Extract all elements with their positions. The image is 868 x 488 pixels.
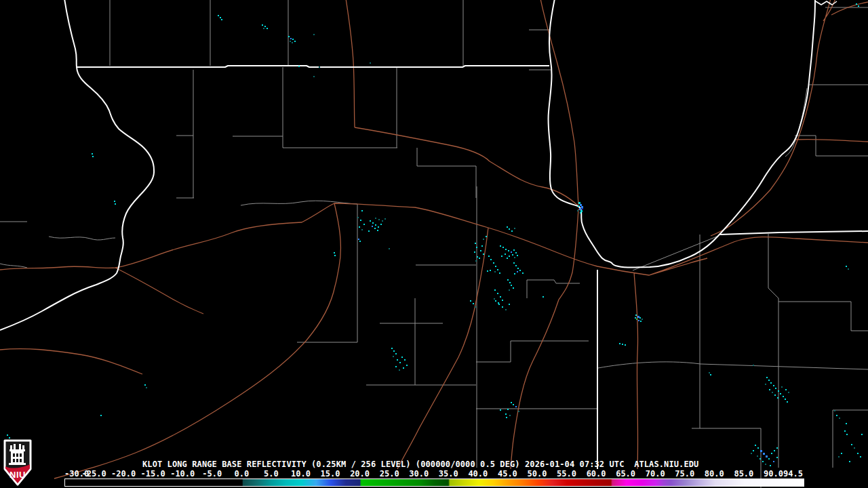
radar-echo [757, 447, 759, 449]
radar-echo [404, 359, 406, 361]
radar-echo [513, 262, 515, 264]
radar-echo [389, 248, 390, 249]
radar-echo [357, 217, 359, 218]
radar-echo [785, 389, 787, 390]
radar-echo [773, 461, 774, 462]
radar-echo [511, 230, 513, 232]
radar-echo [578, 205, 579, 207]
radar-echo [710, 374, 711, 375]
radar-echo [401, 357, 403, 358]
radar-echo [378, 226, 379, 228]
radar-echo [851, 444, 852, 445]
radar-echo [502, 247, 504, 248]
radar-echo [483, 253, 484, 255]
radar-echo [384, 218, 386, 220]
radar-echo [313, 76, 315, 77]
radar-echo [753, 450, 754, 451]
radar-echo [380, 224, 382, 225]
radar-echo [358, 239, 359, 240]
radar-echo [494, 298, 495, 300]
radar-echo [836, 415, 837, 416]
radar-echo [361, 229, 363, 230]
radar-echo [267, 28, 268, 29]
radar-echo [757, 455, 758, 457]
radar-echo [513, 249, 515, 251]
radar-echo [517, 268, 519, 269]
radar-echo [519, 270, 521, 271]
radar-echo [776, 447, 778, 449]
radar-echo [848, 268, 849, 270]
radar-echo [288, 36, 290, 37]
radar-echo [781, 386, 783, 388]
radar-echo [497, 269, 498, 270]
radar-echo [778, 390, 779, 392]
radar-echo [578, 202, 580, 204]
radar-echo [290, 41, 291, 42]
radar-echo [509, 304, 510, 305]
radar-echo [522, 272, 524, 274]
radar-echo [476, 247, 477, 248]
radar-echo [636, 319, 637, 320]
radar-echo [359, 241, 361, 242]
radar-echo [580, 204, 582, 206]
radar-echo [760, 450, 762, 452]
radar-echo [506, 417, 507, 418]
radar-echo [637, 316, 639, 318]
radar-echo [508, 250, 509, 251]
radar-echo [775, 388, 776, 389]
radar-echo [502, 300, 503, 301]
radar-echo [580, 210, 583, 212]
radar-echo [849, 461, 850, 462]
radar-echo [290, 38, 292, 39]
radar-echo [509, 415, 511, 416]
radar-echo [393, 350, 395, 352]
radar-echo [319, 66, 320, 68]
map-canvas [0, 0, 868, 488]
roads [0, 0, 868, 479]
radar-echo [501, 256, 502, 257]
radar-echo [397, 359, 398, 361]
radar-echo [622, 344, 623, 345]
radar-echo [495, 266, 496, 267]
radar-echo [292, 39, 294, 40]
radar-echo [507, 409, 509, 410]
radar-echo [370, 62, 371, 64]
radar-echo [838, 456, 840, 458]
radar-echo [635, 317, 636, 319]
radar-echo [334, 255, 336, 256]
radar-echo [580, 212, 581, 214]
radar-echo [115, 203, 116, 205]
radar-echo [359, 226, 360, 228]
radar-echo [475, 260, 477, 262]
radar-echo [500, 245, 501, 247]
radar-echo [514, 228, 515, 229]
radar-echo [642, 319, 643, 320]
radar-echo [773, 385, 774, 386]
radar-echo [785, 399, 786, 400]
radar-echo [474, 251, 475, 253]
radar-echo [635, 314, 637, 316]
radar-echo [488, 256, 490, 257]
radar-echo [406, 365, 408, 366]
radar-echo [709, 372, 710, 373]
radar-echo [298, 66, 300, 67]
radar-echo [313, 34, 315, 35]
radar-echo [582, 208, 583, 209]
radar-echo [382, 220, 383, 222]
radar-viewport: KLOT LONG RANGE BASE REFLECTIVITY (0.25K… [0, 0, 868, 488]
niu-logo: NIU [2, 439, 33, 487]
radar-echo [514, 257, 515, 258]
radar-echo [479, 258, 480, 259]
radar-echo [511, 402, 512, 403]
radar-echo [262, 24, 263, 26]
mississippi-river-path [0, 0, 154, 330]
radar-echo [509, 282, 511, 283]
radar-echo [498, 304, 500, 305]
radar-echo [486, 236, 487, 237]
radar-echo [861, 434, 863, 435]
radar-echo [854, 447, 855, 449]
radar-echo [542, 296, 544, 298]
radar-echo [839, 418, 840, 419]
radar-echo [511, 251, 512, 253]
radar-echo [762, 461, 764, 462]
